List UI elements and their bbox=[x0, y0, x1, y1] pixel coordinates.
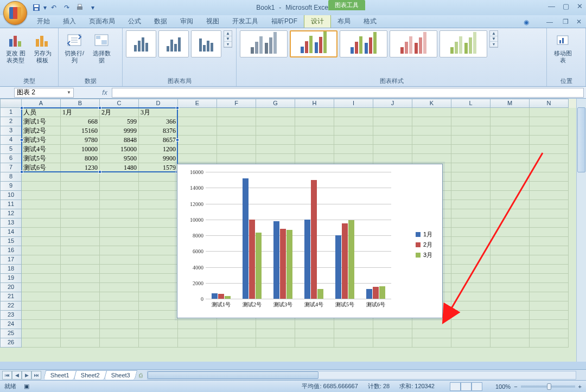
cell[interactable] bbox=[530, 200, 569, 209]
cell[interactable] bbox=[61, 172, 100, 182]
cell[interactable] bbox=[61, 292, 100, 301]
cell[interactable] bbox=[530, 108, 569, 117]
cell[interactable]: 测试2号 bbox=[22, 126, 61, 136]
help-icon[interactable]: ◉ bbox=[517, 16, 536, 28]
cell[interactable] bbox=[61, 200, 100, 209]
cell[interactable] bbox=[491, 172, 530, 182]
cell[interactable] bbox=[139, 237, 178, 246]
cell[interactable] bbox=[334, 338, 373, 348]
cell[interactable] bbox=[530, 311, 569, 320]
cell[interactable] bbox=[530, 329, 569, 338]
row-header[interactable]: 17 bbox=[0, 255, 22, 265]
cell[interactable] bbox=[491, 320, 530, 329]
cell[interactable] bbox=[100, 283, 139, 292]
row-header[interactable]: 11 bbox=[0, 200, 22, 209]
cell[interactable] bbox=[178, 108, 217, 117]
tab-data[interactable]: 数据 bbox=[148, 15, 174, 28]
cell[interactable] bbox=[139, 329, 178, 338]
col-header[interactable]: J bbox=[373, 99, 412, 108]
cell[interactable] bbox=[451, 209, 491, 219]
cell[interactable] bbox=[451, 117, 491, 126]
formula-input[interactable] bbox=[112, 88, 584, 98]
cell[interactable] bbox=[491, 237, 530, 246]
cell[interactable]: 8657 bbox=[139, 136, 178, 145]
cell[interactable] bbox=[22, 219, 61, 228]
cell[interactable] bbox=[100, 246, 139, 255]
cell[interactable] bbox=[491, 246, 530, 255]
cell[interactable] bbox=[100, 209, 139, 219]
cell[interactable] bbox=[295, 145, 334, 154]
cell[interactable] bbox=[217, 338, 256, 348]
cell[interactable] bbox=[139, 301, 178, 311]
row-header[interactable]: 3 bbox=[0, 126, 22, 136]
select-data-button[interactable]: 选择数据 bbox=[89, 30, 114, 65]
cell[interactable] bbox=[100, 265, 139, 274]
cell[interactable] bbox=[491, 311, 530, 320]
row-header[interactable]: 19 bbox=[0, 274, 22, 283]
cell[interactable] bbox=[530, 145, 569, 154]
undo-icon[interactable]: ↶ bbox=[48, 2, 60, 14]
cell[interactable] bbox=[61, 338, 100, 348]
col-header[interactable]: E bbox=[178, 99, 217, 108]
cell[interactable] bbox=[530, 301, 569, 311]
cell[interactable] bbox=[530, 154, 569, 163]
cell[interactable] bbox=[61, 255, 100, 265]
tab-insert[interactable]: 插入 bbox=[56, 15, 82, 28]
col-header[interactable]: G bbox=[256, 99, 295, 108]
cell[interactable] bbox=[412, 154, 451, 163]
cell[interactable] bbox=[178, 136, 217, 145]
cell[interactable] bbox=[256, 145, 295, 154]
cell[interactable] bbox=[217, 136, 256, 145]
cell[interactable] bbox=[491, 265, 530, 274]
doc-minimize-button[interactable]: — bbox=[540, 16, 559, 28]
cell[interactable] bbox=[22, 338, 61, 348]
cell[interactable] bbox=[256, 126, 295, 136]
cell[interactable] bbox=[530, 246, 569, 255]
cell[interactable] bbox=[61, 191, 100, 200]
tab-review[interactable]: 审阅 bbox=[174, 15, 200, 28]
cell[interactable] bbox=[491, 108, 530, 117]
cell[interactable] bbox=[139, 292, 178, 301]
cell[interactable] bbox=[334, 145, 373, 154]
cell[interactable] bbox=[139, 265, 178, 274]
cell[interactable]: 测试3号 bbox=[22, 136, 61, 145]
cell[interactable] bbox=[100, 182, 139, 191]
cell[interactable] bbox=[451, 228, 491, 237]
save-as-template-button[interactable]: 另存为 模板 bbox=[30, 30, 55, 65]
cell[interactable] bbox=[178, 329, 217, 338]
cell[interactable] bbox=[334, 108, 373, 117]
row-header[interactable]: 2 bbox=[0, 117, 22, 126]
col-header[interactable]: I bbox=[334, 99, 373, 108]
cell[interactable] bbox=[22, 172, 61, 182]
row-header[interactable]: 1 bbox=[0, 108, 22, 117]
tab-format[interactable]: 格式 bbox=[357, 15, 383, 28]
cell[interactable] bbox=[451, 163, 491, 172]
cell[interactable] bbox=[491, 219, 530, 228]
vertical-scrollbar[interactable] bbox=[576, 99, 586, 362]
tab-pagelayout[interactable]: 页面布局 bbox=[82, 15, 122, 28]
chart-layout-gallery[interactable] bbox=[126, 30, 221, 57]
cell[interactable] bbox=[491, 191, 530, 200]
cell[interactable] bbox=[412, 145, 451, 154]
cell[interactable]: 9999 bbox=[100, 126, 139, 136]
cell[interactable] bbox=[491, 329, 530, 338]
cell[interactable] bbox=[22, 255, 61, 265]
cell[interactable]: 599 bbox=[100, 117, 139, 126]
switch-row-col-button[interactable]: 切换行/列 bbox=[62, 30, 87, 65]
cell[interactable] bbox=[530, 172, 569, 182]
cell[interactable] bbox=[22, 237, 61, 246]
cell[interactable] bbox=[139, 191, 178, 200]
cell[interactable] bbox=[61, 283, 100, 292]
cell[interactable] bbox=[217, 108, 256, 117]
tab-home[interactable]: 开始 bbox=[30, 15, 56, 28]
cell[interactable] bbox=[373, 108, 412, 117]
cell[interactable] bbox=[22, 200, 61, 209]
cell[interactable] bbox=[334, 136, 373, 145]
cell[interactable] bbox=[61, 301, 100, 311]
cell[interactable] bbox=[373, 154, 412, 163]
cell[interactable] bbox=[139, 209, 178, 219]
cell[interactable] bbox=[22, 274, 61, 283]
cell[interactable] bbox=[22, 292, 61, 301]
cell[interactable]: 1230 bbox=[61, 163, 100, 172]
cell[interactable]: 668 bbox=[61, 117, 100, 126]
